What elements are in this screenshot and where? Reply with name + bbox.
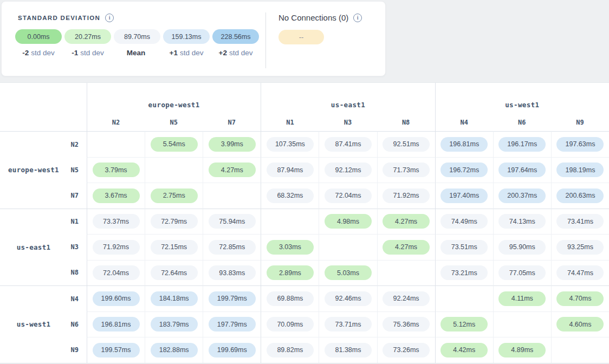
latency-cell: 71.92ms <box>87 234 145 260</box>
latency-pill[interactable]: 4.98ms <box>325 214 372 229</box>
latency-cell: 200.37ms <box>493 183 551 209</box>
latency-pill[interactable]: 72.85ms <box>209 240 256 255</box>
latency-pill[interactable]: 72.15ms <box>151 240 198 255</box>
latency-pill[interactable]: 4.42ms <box>440 343 488 358</box>
latency-cell: 196.81ms <box>87 311 145 337</box>
latency-pill[interactable]: 3.79ms <box>93 162 140 177</box>
latency-pill[interactable]: 197.79ms <box>209 317 256 332</box>
latency-pill[interactable]: 87.41ms <box>325 137 372 152</box>
latency-pill[interactable]: 3.67ms <box>93 188 140 203</box>
column-node-header: N4 <box>435 114 493 131</box>
latency-pill[interactable]: 73.71ms <box>325 317 372 332</box>
latency-pill[interactable]: 4.27ms <box>383 214 430 229</box>
latency-pill[interactable]: 199.60ms <box>93 291 140 306</box>
row-node-labels: N4N6N9 <box>60 286 87 363</box>
latency-pill[interactable]: 4.11ms <box>498 291 546 306</box>
latency-pill[interactable]: 184.18ms <box>151 291 198 306</box>
latency-pill[interactable]: 5.54ms <box>151 137 198 152</box>
latency-pill[interactable]: 5.03ms <box>325 265 372 280</box>
latency-pill[interactable]: 92.12ms <box>325 162 372 177</box>
latency-pill[interactable]: 72.64ms <box>151 265 198 280</box>
latency-pill[interactable]: 4.70ms <box>556 291 604 306</box>
latency-pill[interactable]: 89.82ms <box>267 343 314 358</box>
latency-pill[interactable]: 72.04ms <box>93 265 140 280</box>
latency-cell: 73.37ms <box>87 209 145 235</box>
latency-pill[interactable]: 200.37ms <box>498 188 546 203</box>
row-node-label: N8 <box>60 260 87 285</box>
latency-pill[interactable]: 95.90ms <box>498 240 546 255</box>
latency-pill[interactable]: 72.04ms <box>325 188 372 203</box>
std-dev-legend: STANDARD DEVIATION i 0.00ms20.27ms89.70m… <box>15 14 259 57</box>
latency-pill[interactable]: 5.12ms <box>440 317 488 332</box>
latency-pill[interactable]: 2.89ms <box>267 265 314 280</box>
latency-cell: 72.85ms <box>203 234 261 260</box>
latency-cell: 4.98ms <box>319 209 377 235</box>
latency-pill[interactable]: 93.25ms <box>556 240 604 255</box>
latency-pill[interactable]: 183.79ms <box>151 317 198 332</box>
latency-pill[interactable]: 197.63ms <box>556 137 604 152</box>
latency-cell: 93.25ms <box>551 234 609 260</box>
latency-pill[interactable]: 74.49ms <box>440 214 488 229</box>
latency-pill[interactable]: 75.36ms <box>383 317 430 332</box>
latency-pill[interactable]: 199.79ms <box>209 291 256 306</box>
latency-pill[interactable]: 4.27ms <box>209 162 256 177</box>
latency-pill[interactable]: 3.03ms <box>267 240 314 255</box>
row-node-label: N1 <box>60 209 87 235</box>
latency-pill[interactable]: 4.89ms <box>498 343 546 358</box>
latency-pill[interactable]: 74.13ms <box>498 214 546 229</box>
row-node-label: N3 <box>60 235 87 260</box>
latency-pill[interactable]: 77.05ms <box>498 265 546 280</box>
latency-pill[interactable]: 3.99ms <box>209 137 256 152</box>
latency-pill[interactable]: 75.94ms <box>209 214 256 229</box>
latency-pill[interactable]: 92.24ms <box>383 291 430 306</box>
latency-pill[interactable]: 198.19ms <box>556 162 604 177</box>
latency-pill[interactable]: 71.73ms <box>383 162 430 177</box>
latency-pill[interactable]: 73.41ms <box>556 214 604 229</box>
latency-pill[interactable]: 197.40ms <box>440 188 488 203</box>
latency-pill[interactable]: 197.64ms <box>498 162 546 177</box>
latency-pill[interactable]: 2.75ms <box>151 188 198 203</box>
latency-pill[interactable]: 72.79ms <box>151 214 198 229</box>
latency-pill[interactable]: 74.47ms <box>556 265 604 280</box>
latency-pill[interactable]: 68.32ms <box>267 188 314 203</box>
row-node-label: N7 <box>60 183 87 208</box>
latency-pill[interactable]: 196.81ms <box>440 137 488 152</box>
row-region-label: europe-west1 <box>0 132 60 209</box>
latency-cell: 196.17ms <box>493 131 551 157</box>
latency-cell: 3.67ms <box>87 183 145 209</box>
latency-pill[interactable]: 71.92ms <box>93 240 140 255</box>
latency-pill[interactable]: 73.37ms <box>93 214 140 229</box>
latency-pill[interactable]: 196.72ms <box>440 162 488 177</box>
column-region-header: us-east1 <box>261 83 435 114</box>
std-dev-legend-title: STANDARD DEVIATION <box>18 15 100 21</box>
latency-pill[interactable]: 70.09ms <box>267 317 314 332</box>
latency-pill[interactable]: 93.83ms <box>209 265 256 280</box>
legend-stop-pill: 20.27ms <box>64 29 111 44</box>
latency-pill[interactable]: 196.17ms <box>498 137 546 152</box>
latency-pill[interactable]: 4.60ms <box>556 317 604 332</box>
latency-cell: 87.41ms <box>319 131 377 157</box>
legend-panel: STANDARD DEVIATION i 0.00ms20.27ms89.70m… <box>1 1 386 76</box>
row-region-label: us-west1 <box>0 286 60 363</box>
latency-pill[interactable]: 87.94ms <box>267 162 314 177</box>
latency-pill[interactable]: 182.88ms <box>151 343 198 358</box>
latency-pill[interactable]: 69.88ms <box>267 291 314 306</box>
latency-pill[interactable]: 73.26ms <box>383 343 430 358</box>
latency-pill[interactable]: 71.92ms <box>383 188 430 203</box>
latency-pill[interactable]: 200.63ms <box>556 188 604 203</box>
latency-pill[interactable]: 73.21ms <box>440 265 488 280</box>
latency-pill[interactable]: 92.46ms <box>325 291 372 306</box>
latency-pill[interactable]: 196.81ms <box>93 317 140 332</box>
latency-pill[interactable]: 81.38ms <box>325 343 372 358</box>
no-connections-pill: -- <box>278 30 324 44</box>
info-icon[interactable]: i <box>105 14 114 22</box>
legend-stop-label: -2std dev <box>15 49 62 57</box>
row-group-header: us-west1N4N6N9 <box>0 285 87 363</box>
latency-pill[interactable]: 4.27ms <box>383 240 430 255</box>
latency-pill[interactable]: 199.69ms <box>209 343 256 358</box>
latency-pill[interactable]: 73.51ms <box>440 240 488 255</box>
latency-pill[interactable]: 107.35ms <box>267 137 314 152</box>
latency-pill[interactable]: 92.51ms <box>383 137 430 152</box>
latency-pill[interactable]: 199.57ms <box>93 343 140 358</box>
info-icon[interactable]: i <box>353 14 362 22</box>
